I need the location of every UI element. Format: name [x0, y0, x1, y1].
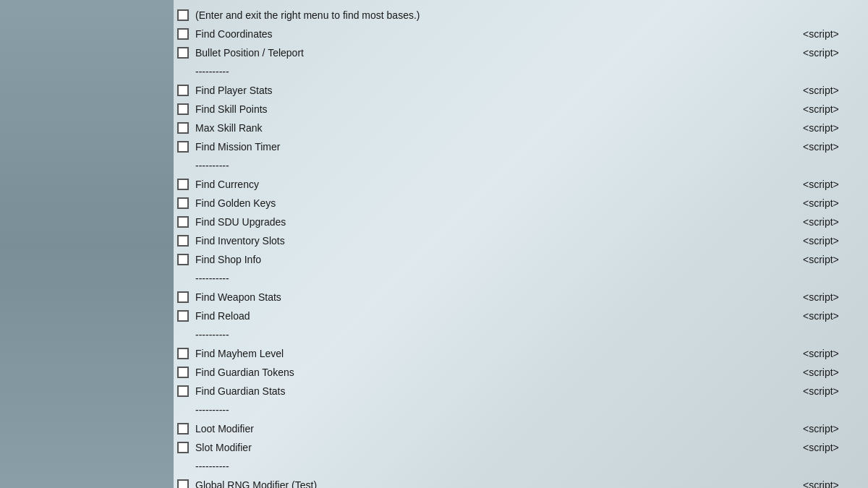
list-item-find-mayhem-level: Find Mayhem Level<script> [174, 344, 868, 363]
separator-row: ---------- [174, 457, 868, 476]
list-item-loot-modifier: Loot Modifier<script> [174, 419, 868, 438]
separator-row: ---------- [174, 325, 868, 344]
checkbox-wrapper-find-mission-timer [174, 141, 192, 153]
item-script-find-shop-info: <script> [803, 254, 861, 265]
item-label-max-skill-rank: Max Skill Rank [192, 122, 803, 134]
separator-label: ---------- [174, 404, 229, 416]
list-item-find-sdu-upgrades: Find SDU Upgrades<script> [174, 213, 868, 231]
intro-row: (Enter and exit the right menu to find m… [174, 6, 868, 25]
checkbox-wrapper-loot-modifier [174, 423, 192, 435]
item-label-loot-modifier: Loot Modifier [192, 423, 803, 435]
checkbox-wrapper-find-sdu-upgrades [174, 216, 192, 228]
checkbox-find-golden-keys[interactable] [177, 197, 189, 209]
item-script-global-rng-modifier: <script> [803, 479, 861, 488]
item-label-find-player-stats: Find Player Stats [192, 85, 803, 96]
list-item-find-shop-info: Find Shop Info<script> [174, 250, 868, 269]
checkbox-wrapper-find-player-stats [174, 85, 192, 96]
item-script-find-mayhem-level: <script> [803, 348, 861, 359]
checkbox-wrapper-find-coordinates [174, 28, 192, 40]
item-script-find-weapon-stats: <script> [803, 291, 861, 303]
item-label-find-skill-points: Find Skill Points [192, 103, 803, 115]
item-label-find-reload: Find Reload [192, 310, 803, 322]
checkbox-wrapper-find-shop-info [174, 254, 192, 265]
item-script-slot-modifier: <script> [803, 442, 861, 453]
checkbox-find-skill-points[interactable] [177, 103, 189, 115]
separator-row: ---------- [174, 401, 868, 419]
list-item-find-inventory-slots: Find Inventory Slots<script> [174, 231, 868, 250]
item-label-find-mission-timer: Find Mission Timer [192, 141, 803, 153]
checkbox-bullet-position[interactable] [177, 47, 189, 59]
list-item-find-mission-timer: Find Mission Timer<script> [174, 137, 868, 156]
item-script-find-currency: <script> [803, 179, 861, 190]
item-label-find-guardian-tokens: Find Guardian Tokens [192, 367, 803, 378]
item-label-find-inventory-slots: Find Inventory Slots [192, 235, 803, 247]
item-label-find-shop-info: Find Shop Info [192, 254, 803, 265]
checkbox-find-reload[interactable] [177, 310, 189, 322]
item-label-find-golden-keys: Find Golden Keys [192, 197, 803, 209]
checkbox-find-guardian-stats[interactable] [177, 385, 189, 397]
list-item-find-skill-points: Find Skill Points<script> [174, 100, 868, 119]
item-label-slot-modifier: Slot Modifier [192, 442, 803, 453]
checkbox-wrapper-find-skill-points [174, 103, 192, 115]
intro-checkbox-wrapper [174, 9, 192, 21]
separator-label: ---------- [174, 273, 229, 284]
item-script-find-mission-timer: <script> [803, 141, 861, 153]
checkbox-global-rng-modifier[interactable] [177, 479, 189, 488]
item-label-find-mayhem-level: Find Mayhem Level [192, 348, 803, 359]
checkbox-find-coordinates[interactable] [177, 28, 189, 40]
separator-label: ---------- [174, 66, 229, 77]
checkbox-find-mayhem-level[interactable] [177, 348, 189, 359]
item-script-max-skill-rank: <script> [803, 122, 861, 134]
checkbox-wrapper-find-reload [174, 310, 192, 322]
item-label-find-currency: Find Currency [192, 179, 803, 190]
list-item-find-player-stats: Find Player Stats<script> [174, 81, 868, 100]
list-item-bullet-position: Bullet Position / Teleport<script> [174, 43, 868, 62]
checkbox-find-currency[interactable] [177, 179, 189, 190]
checkbox-wrapper-find-golden-keys [174, 197, 192, 209]
checkbox-wrapper-slot-modifier [174, 442, 192, 453]
checkbox-wrapper-global-rng-modifier [174, 479, 192, 488]
item-script-find-player-stats: <script> [803, 85, 861, 96]
checkbox-wrapper-find-mayhem-level [174, 348, 192, 359]
checkbox-max-skill-rank[interactable] [177, 122, 189, 134]
checkbox-find-weapon-stats[interactable] [177, 291, 189, 303]
checkbox-wrapper-find-currency [174, 179, 192, 190]
left-panel [0, 0, 174, 488]
list-item-slot-modifier: Slot Modifier<script> [174, 438, 868, 457]
checkbox-wrapper-find-inventory-slots [174, 235, 192, 247]
intro-checkbox[interactable] [177, 9, 189, 21]
checkbox-slot-modifier[interactable] [177, 442, 189, 453]
item-script-find-guardian-tokens: <script> [803, 367, 861, 378]
item-script-find-sdu-upgrades: <script> [803, 216, 861, 228]
separator-label: ---------- [174, 160, 229, 171]
checkbox-find-sdu-upgrades[interactable] [177, 216, 189, 228]
separator-label: ---------- [174, 329, 229, 341]
list-item-find-weapon-stats: Find Weapon Stats<script> [174, 288, 868, 307]
item-label-find-guardian-stats: Find Guardian Stats [192, 385, 803, 397]
item-script-loot-modifier: <script> [803, 423, 861, 435]
separator-row: ---------- [174, 62, 868, 81]
checkbox-find-player-stats[interactable] [177, 85, 189, 96]
checkbox-loot-modifier[interactable] [177, 423, 189, 435]
checkbox-find-guardian-tokens[interactable] [177, 367, 189, 378]
item-script-find-guardian-stats: <script> [803, 385, 861, 397]
separator-row: ---------- [174, 269, 868, 288]
item-script-find-inventory-slots: <script> [803, 235, 861, 247]
checkbox-find-shop-info[interactable] [177, 254, 189, 265]
checkbox-wrapper-find-weapon-stats [174, 291, 192, 303]
item-script-find-coordinates: <script> [803, 28, 861, 40]
list-item-global-rng-modifier: Global RNG Modifier (Test)<script> [174, 476, 868, 488]
item-script-find-golden-keys: <script> [803, 197, 861, 209]
checkbox-find-inventory-slots[interactable] [177, 235, 189, 247]
item-label-find-weapon-stats: Find Weapon Stats [192, 291, 803, 303]
checkbox-wrapper-find-guardian-stats [174, 385, 192, 397]
list-item-find-reload: Find Reload<script> [174, 307, 868, 325]
checkbox-find-mission-timer[interactable] [177, 141, 189, 153]
list-item-find-coordinates: Find Coordinates<script> [174, 25, 868, 43]
checkbox-wrapper-bullet-position [174, 47, 192, 59]
item-script-find-skill-points: <script> [803, 103, 861, 115]
intro-label: (Enter and exit the right menu to find m… [192, 9, 861, 21]
item-label-bullet-position: Bullet Position / Teleport [192, 47, 803, 59]
checkbox-wrapper-find-guardian-tokens [174, 367, 192, 378]
item-script-bullet-position: <script> [803, 47, 861, 59]
